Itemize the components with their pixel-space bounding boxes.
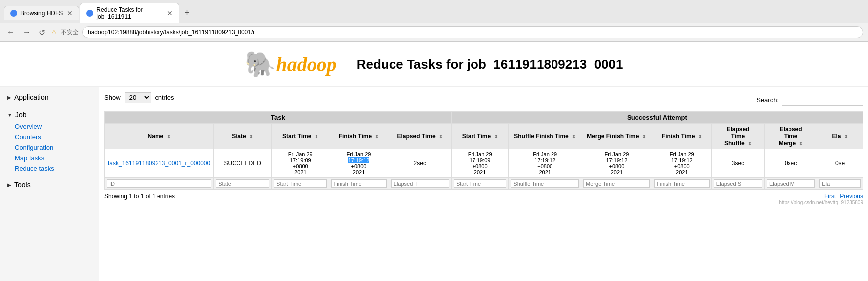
search-area: Search: [756,95,863,106]
tasks-table: Task Successful Attempt Name ⇕ State ⇕ [104,111,863,190]
tab-close-active-button[interactable]: ✕ [167,9,173,17]
sidebar-item-map-tasks[interactable]: Map tasks [0,153,99,163]
tab-label-active: Reduce Tasks for job_1611911 [96,6,163,20]
cell-finish-time-task: Fri Jan 2917:19:12+08002021 [329,149,389,178]
show-entries-control: Show 201050100 entries [104,92,174,103]
tab-favicon-active [86,10,93,17]
sidebar-divider-1 [0,106,99,106]
page-title: Reduce Tasks for job_1611911809213_0001 [357,57,623,72]
task-name-link[interactable]: task_1611911809213_0001_r_000000 [108,160,210,167]
cell-elapsed-shuffle: 3sec [711,149,764,178]
filter-elapsed-m[interactable] [767,179,815,188]
security-warning-icon: ⚠ [51,29,57,36]
filter-finish-time2[interactable] [654,179,710,188]
sidebar-item-reduce-tasks[interactable]: Reduce tasks [0,163,99,174]
col-header-ela[interactable]: Ela ⇕ [817,124,863,149]
col-header-start-time[interactable]: Start Time ⇕ [272,124,329,149]
filter-elapsed-s[interactable] [714,179,762,188]
sidebar-item-counters[interactable]: Counters [0,132,99,142]
sort-icon-finish-time: ⇕ [375,134,379,139]
arrow-icon-job: ▼ [7,112,12,118]
filter-state[interactable] [216,179,269,188]
tab-close-button[interactable]: ✕ [67,9,73,17]
cell-task-name: task_1611911809213_0001_r_000000 [105,149,214,178]
col-header-elapsed-merge[interactable]: ElapsedTimeMerge ⇕ [764,124,817,149]
cell-ela-reduce: 0se [817,149,863,178]
sort-icon-ela: ⇕ [844,134,848,139]
cell-elapsed-time: 2sec [389,149,451,178]
col-header-elapsed-shuffle[interactable]: ElapsedTimeShuffle ⇕ [711,124,764,149]
show-label: Show [104,94,121,101]
sidebar-item-tools[interactable]: ▶ Tools [0,178,99,191]
hadoop-logo: 🐘 hadoop [245,50,336,79]
sort-icon-state: ⇕ [249,134,253,139]
filter-elapsed-t[interactable] [391,179,449,188]
sidebar-item-job[interactable]: ▼ Job [0,108,99,121]
arrow-icon-application: ▶ [7,95,11,100]
sort-icon-shuffle-finish: ⇕ [572,134,576,139]
sidebar-item-application[interactable]: ▶ Application [0,91,99,104]
search-input[interactable] [782,95,863,106]
col-header-name[interactable]: Name ⇕ [105,124,214,149]
url-bar[interactable] [82,26,863,38]
main-content: ▶ Application ▼ Job Overview Counters Co… [0,87,868,281]
cell-sa-finish: Fri Jan 2917:19:12+08002021 [652,149,711,178]
cell-state: SUCCEEDED [214,149,272,178]
table-footer: Showing 1 to 1 of 1 entries First Previo… [104,193,863,200]
browser-chrome: Browsing HDFS ✕ Reduce Tasks for job_161… [0,0,868,42]
filter-sa-start-time[interactable] [454,179,506,188]
tab-favicon [10,10,17,17]
tab-label: Browsing HDFS [20,10,63,17]
filter-ela[interactable] [819,179,861,188]
previous-page-link[interactable]: Previous [840,193,863,200]
filter-finish-time[interactable] [331,179,387,188]
logo-text: hadoop [276,53,336,76]
table-controls: Show 201050100 entries Search: [104,92,863,108]
sort-icon-elapsed-merge: ⇕ [799,141,803,146]
showing-info: Showing 1 to 1 of 1 entries [104,193,175,200]
col-header-elapsed-time[interactable]: Elapsed Time ⇕ [389,124,451,149]
sidebar-application-label: Application [14,94,49,101]
cell-sa-start-time: Fri Jan 2917:19:09+08002021 [451,149,508,178]
entries-select[interactable]: 201050100 [125,92,151,103]
cell-merge-finish: Fri Jan 2917:19:12+08002021 [581,149,652,178]
elephant-icon: 🐘 [245,50,276,79]
filter-start-time[interactable] [274,179,326,188]
col-header-state[interactable]: State ⇕ [214,124,272,149]
tab-browsing-hdfs[interactable]: Browsing HDFS ✕ [4,6,79,20]
sort-icon-elapsed-shuffle: ⇕ [748,141,752,146]
page-header: 🐘 hadoop Reduce Tasks for job_1611911809… [0,42,868,87]
filter-merge-time[interactable] [583,179,650,188]
entries-label: entries [155,94,174,101]
sort-icon-elapsed-time: ⇕ [439,134,443,139]
cell-shuffle-finish: Fri Jan 2917:19:12+08002021 [509,149,581,178]
col-header-finish-time[interactable]: Finish Time ⇕ [329,124,389,149]
refresh-button[interactable]: ↺ [37,27,47,38]
sort-icon-merge-finish: ⇕ [642,134,646,139]
first-page-link[interactable]: First [824,193,836,200]
pagination: First Previous [824,193,863,200]
sidebar-tools-label: Tools [14,181,31,188]
security-warning-text: 不安全 [61,28,79,37]
filter-id[interactable] [107,179,211,188]
search-label: Search: [756,96,779,104]
forward-button[interactable]: → [21,27,33,38]
sort-icon-name: ⇕ [167,134,171,139]
footer-url: https://blog.csdn.net/hevttq_91235809 [104,200,863,205]
arrow-icon-tools: ▶ [7,182,11,187]
new-tab-button[interactable]: + [180,6,194,20]
col-header-shuffle-finish-time[interactable]: Shuffle Finish Time ⇕ [509,124,581,149]
sidebar: ▶ Application ▼ Job Overview Counters Co… [0,87,99,281]
col-header-sa-finish-time[interactable]: Finish Time ⇕ [652,124,711,149]
col-header-sa-start-time[interactable]: Start Time ⇕ [451,124,508,149]
content-area: Show 201050100 entries Search: Task Succ… [99,87,868,281]
sidebar-item-configuration[interactable]: Configuration [0,142,99,153]
group-header-task: Task [105,112,452,124]
col-header-merge-finish-time[interactable]: Merge Finish Time ⇕ [581,124,652,149]
filter-shuffle-time[interactable] [511,179,579,188]
back-button[interactable]: ← [5,27,17,38]
sidebar-item-overview[interactable]: Overview [0,121,99,132]
sort-icon-start-time: ⇕ [315,134,318,139]
tab-reduce-tasks[interactable]: Reduce Tasks for job_1611911 ✕ [80,3,179,23]
group-header-successful-attempt: Successful Attempt [451,112,863,124]
